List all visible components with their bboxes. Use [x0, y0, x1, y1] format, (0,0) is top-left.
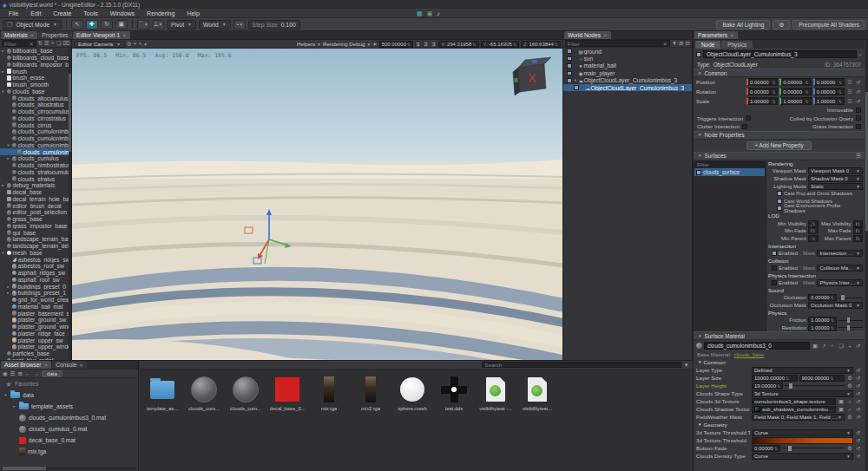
speed-preset-3[interactable]: 3: [431, 41, 437, 48]
menu-icon[interactable]: ☰: [846, 79, 853, 85]
layer-type-dropdown[interactable]: Defined▼: [752, 367, 853, 374]
tab-node[interactable]: Node: [695, 41, 720, 49]
position-x-field[interactable]: 0.00000⇅: [746, 78, 778, 86]
menu-icon[interactable]: ☰: [856, 153, 861, 160]
search-icon[interactable]: ⌕: [846, 406, 853, 413]
sort-icon[interactable]: ⇅: [38, 40, 43, 47]
select-tool-button[interactable]: ↖: [71, 20, 83, 29]
expand-all-icon[interactable]: ⊞: [679, 40, 683, 47]
search-icon[interactable]: ⌕: [846, 398, 853, 405]
position-y-field[interactable]: 0.00000⇅: [779, 78, 811, 86]
culled-checkbox[interactable]: [856, 115, 861, 121]
render-toggle-icon[interactable]: ▣: [427, 10, 433, 17]
material-row[interactable]: gui_base: [0, 229, 69, 236]
material-row[interactable]: plaster_ground_windows_s: [0, 324, 69, 330]
asset-thumbnail[interactable]: visibilitytest...: [518, 375, 556, 411]
material-row[interactable]: editor_post_selection: [0, 209, 69, 216]
base-material-link[interactable]: clouds_base: [734, 351, 765, 357]
chevron-expanded-icon[interactable]: ▾: [1, 251, 5, 255]
min-visibility-field[interactable]: -inf⇅: [808, 220, 819, 227]
drag-icon[interactable]: ⇅: [407, 42, 411, 47]
reset-icon[interactable]: ↺: [855, 88, 862, 95]
chevron-collapsed-icon[interactable]: ▸: [6, 291, 10, 295]
world-node-row[interactable]: ▾ ☁ ObjectCloudLayer_Cumulonimbus_3: [563, 77, 692, 84]
layer-height-field[interactable]: 19.00000⇅: [752, 383, 783, 389]
material-row[interactable]: plaster_upper_sw: [0, 337, 69, 343]
chevron-expanded-icon[interactable]: ▾: [1, 89, 5, 94]
step-size-field[interactable]: Step Size 0.100: [248, 20, 300, 29]
physics-intersection-mask-0-dropdown[interactable]: Physics Intersection Mask 0▼: [817, 279, 863, 286]
collapse-all-icon[interactable]: ⊟: [686, 40, 690, 47]
material-row[interactable]: grass_impostor_base: [0, 223, 69, 230]
material-row[interactable]: asbestos_roof_sw: [0, 263, 69, 270]
material-row[interactable]: landscape_terrain_detail_base: [0, 243, 69, 250]
tab-materials[interactable]: Materials✕: [1, 31, 37, 39]
bake-settings-button[interactable]: ⚙: [773, 20, 790, 29]
reset-icon[interactable]: ↺: [855, 367, 862, 373]
clouds-shadow-texture-field[interactable]: sub_shadows_cumulonimbus3.texture: [752, 406, 836, 413]
material-row[interactable]: clouds_cumulonimbus1: [0, 128, 69, 135]
friction-field[interactable]: 1.00000⇅: [808, 317, 837, 324]
folder-icon[interactable]: ▣: [838, 406, 845, 412]
material-row[interactable]: clouds_altocumulus: [0, 95, 69, 101]
scale-y-field[interactable]: 1.00000⇅: [779, 97, 811, 105]
search-icon[interactable]: ⌕: [858, 51, 862, 58]
material-row[interactable]: particles_base: [0, 350, 69, 357]
material-row[interactable]: grid_for_world_creation: [0, 297, 69, 304]
clear-icon[interactable]: ✕: [29, 41, 33, 47]
material-row[interactable]: billboards_cloud_base: [0, 55, 69, 62]
material-row[interactable]: ▸ billboards_base: [0, 48, 69, 55]
position-z-field[interactable]: 0.00000⇅: [813, 78, 845, 86]
speed-preset-2[interactable]: 2: [423, 41, 429, 48]
occlusion-slider[interactable]: [838, 298, 863, 298]
precompute-all-shaders-button[interactable]: Precompute All Shaders: [792, 20, 865, 29]
material-row[interactable]: material_ball_mat: [0, 304, 69, 311]
reset-icon[interactable]: ↺: [855, 398, 862, 404]
close-icon[interactable]: ✕: [730, 33, 734, 38]
scale-z-field[interactable]: 1.00000⇅: [813, 97, 845, 105]
mode-select[interactable]: ▢ Object Mode ▼: [3, 20, 62, 29]
surface-material-field[interactable]: clouds_cumulonimbus3_0: [704, 342, 810, 350]
node-enabled-checkbox[interactable]: [696, 52, 701, 57]
layer-size-y-field[interactable]: 9000.00000⇅: [799, 375, 845, 382]
chevron-collapsed-icon[interactable]: ▸: [1, 69, 5, 74]
scale-x-field[interactable]: 1.00000⇅: [746, 97, 778, 105]
menu-icon[interactable]: ☰: [846, 88, 853, 95]
restitution-field[interactable]: 1.00000⇅: [808, 324, 837, 331]
material-row[interactable]: plaster_ground_sw: [0, 317, 69, 324]
min-parent-field[interactable]: 1⇅: [808, 235, 819, 242]
asset-thumbnail[interactable]: sphere.mesh: [393, 375, 431, 411]
forward-icon[interactable]: →: [33, 370, 39, 377]
gear-icon[interactable]: ⚙: [846, 383, 853, 389]
add-icon[interactable]: +: [51, 40, 55, 47]
friction-slider[interactable]: [838, 320, 863, 321]
scene-3d-view[interactable]: X: [72, 49, 562, 360]
collision-mask-0-dropdown[interactable]: Collision Mask 0▼: [817, 265, 863, 271]
reset-icon[interactable]: ↺: [855, 445, 862, 451]
gear-icon[interactable]: ⚙: [846, 375, 853, 381]
folder-icon[interactable]: ▣: [812, 343, 819, 349]
enabled-checkbox[interactable]: [772, 265, 777, 271]
reset-icon[interactable]: ↺: [855, 429, 862, 435]
material-row[interactable]: landscape_terrain_base: [0, 236, 69, 243]
chevron-collapsed-icon[interactable]: ▸: [1, 183, 5, 187]
breadcrumb[interactable]: data: [42, 370, 62, 377]
world-node-row[interactable]: ◉ main_player: [563, 69, 692, 76]
sound-icon[interactable]: ♪: [437, 10, 440, 16]
camera-speed-field[interactable]: 500.00000⇅: [379, 41, 414, 48]
materials-scrollbar[interactable]: [69, 48, 71, 360]
reset-icon[interactable]: ↺: [855, 414, 862, 420]
close-icon[interactable]: ✕: [44, 363, 49, 368]
clear-icon[interactable]: ✕: [662, 41, 667, 47]
max-visibility-field[interactable]: inf⇅: [853, 220, 864, 227]
intersection-mask-0-dropdown[interactable]: Intersection Mask 0▼: [817, 250, 863, 257]
funnel-icon[interactable]: ▼: [672, 40, 677, 47]
clouds-shape-type-dropdown[interactable]: 3d Texture▼: [752, 390, 853, 397]
material-row[interactable]: ▸ buildings_preset_1: [0, 290, 69, 297]
world-nodes-filter-input[interactable]: Filter✕: [565, 40, 670, 47]
clutter-interaction-checkbox[interactable]: [742, 124, 747, 129]
shadow-mask-dropdown[interactable]: Shadow Mask 0▼: [808, 175, 863, 182]
asset-thumbnail[interactable]: decal_base_0...: [268, 375, 306, 411]
menu-edit[interactable]: Edit: [25, 9, 46, 18]
rotation-y-field[interactable]: 0.00000⇅: [779, 88, 811, 95]
